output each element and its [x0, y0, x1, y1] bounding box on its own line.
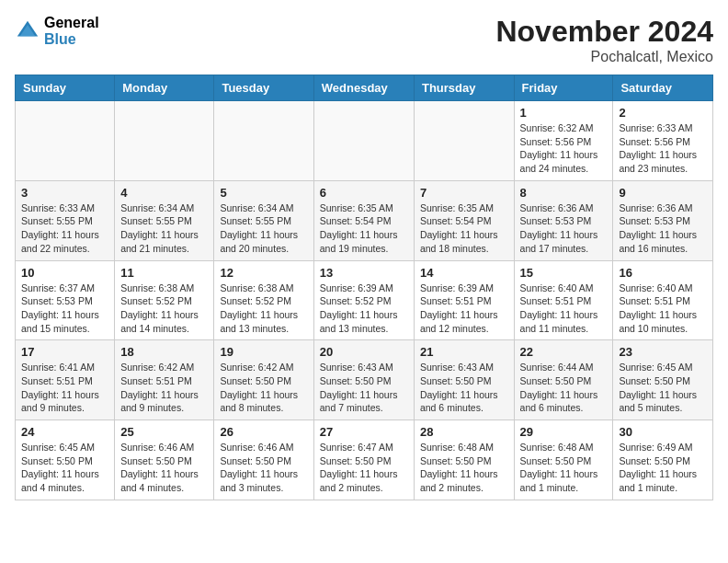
- day-number: 8: [520, 186, 608, 200]
- day-number: 29: [520, 425, 608, 439]
- calendar-cell: [313, 101, 414, 181]
- day-number: 6: [320, 186, 408, 200]
- calendar-cell: [115, 101, 214, 181]
- calendar-cell: 18Sunrise: 6:42 AMSunset: 5:51 PMDayligh…: [115, 340, 214, 420]
- day-number: 15: [520, 266, 608, 280]
- day-info: Sunrise: 6:42 AMSunset: 5:51 PMDaylight:…: [120, 361, 208, 415]
- day-number: 1: [520, 106, 608, 120]
- day-number: 27: [320, 425, 408, 439]
- day-number: 23: [619, 345, 707, 359]
- weekday-header-thursday: Thursday: [414, 75, 514, 101]
- calendar-cell: [16, 101, 115, 181]
- calendar-cell: 24Sunrise: 6:45 AMSunset: 5:50 PMDayligh…: [16, 420, 115, 500]
- day-number: 5: [220, 186, 307, 200]
- day-info: Sunrise: 6:33 AMSunset: 5:55 PMDaylight:…: [21, 201, 108, 256]
- day-info: Sunrise: 6:45 AMSunset: 5:50 PMDaylight:…: [21, 441, 108, 495]
- calendar-cell: 8Sunrise: 6:36 AMSunset: 5:53 PMDaylight…: [514, 180, 613, 260]
- day-number: 2: [619, 106, 707, 120]
- day-number: 20: [320, 345, 408, 359]
- calendar-cell: 17Sunrise: 6:41 AMSunset: 5:51 PMDayligh…: [16, 340, 115, 420]
- page-header: General Blue November 2024 Pochalcatl, M…: [15, 15, 713, 65]
- calendar-cell: [214, 101, 313, 181]
- day-info: Sunrise: 6:36 AMSunset: 5:53 PMDaylight:…: [520, 201, 608, 256]
- calendar-cell: 1Sunrise: 6:32 AMSunset: 5:56 PMDaylight…: [514, 101, 613, 181]
- weekday-header-wednesday: Wednesday: [313, 75, 414, 101]
- calendar-cell: 20Sunrise: 6:43 AMSunset: 5:50 PMDayligh…: [313, 340, 414, 420]
- calendar-cell: [414, 101, 514, 181]
- day-info: Sunrise: 6:46 AMSunset: 5:50 PMDaylight:…: [120, 441, 208, 495]
- calendar-cell: 5Sunrise: 6:34 AMSunset: 5:55 PMDaylight…: [214, 180, 313, 260]
- day-number: 3: [21, 186, 108, 200]
- weekday-header-row: SundayMondayTuesdayWednesdayThursdayFrid…: [16, 75, 713, 101]
- calendar-cell: 27Sunrise: 6:47 AMSunset: 5:50 PMDayligh…: [313, 420, 414, 500]
- day-info: Sunrise: 6:41 AMSunset: 5:51 PMDaylight:…: [21, 361, 108, 415]
- day-number: 24: [21, 425, 108, 439]
- weekday-header-saturday: Saturday: [613, 75, 713, 101]
- calendar-cell: 7Sunrise: 6:35 AMSunset: 5:54 PMDaylight…: [414, 180, 514, 260]
- day-number: 13: [320, 266, 408, 280]
- calendar-cell: 3Sunrise: 6:33 AMSunset: 5:55 PMDaylight…: [16, 180, 115, 260]
- day-info: Sunrise: 6:34 AMSunset: 5:55 PMDaylight:…: [120, 201, 208, 256]
- calendar-cell: 29Sunrise: 6:48 AMSunset: 5:50 PMDayligh…: [514, 420, 613, 500]
- calendar-week-row: 1Sunrise: 6:32 AMSunset: 5:56 PMDaylight…: [16, 101, 713, 181]
- day-number: 10: [21, 266, 108, 280]
- day-info: Sunrise: 6:35 AMSunset: 5:54 PMDaylight:…: [420, 201, 508, 256]
- day-info: Sunrise: 6:35 AMSunset: 5:54 PMDaylight:…: [320, 201, 408, 256]
- day-info: Sunrise: 6:40 AMSunset: 5:51 PMDaylight:…: [520, 282, 608, 336]
- weekday-header-friday: Friday: [514, 75, 613, 101]
- day-number: 9: [619, 186, 707, 200]
- day-number: 19: [220, 345, 307, 359]
- calendar-cell: 25Sunrise: 6:46 AMSunset: 5:50 PMDayligh…: [115, 420, 214, 500]
- day-info: Sunrise: 6:42 AMSunset: 5:50 PMDaylight:…: [220, 361, 307, 415]
- title-section: November 2024 Pochalcatl, Mexico: [495, 15, 713, 65]
- calendar-cell: 14Sunrise: 6:39 AMSunset: 5:51 PMDayligh…: [414, 260, 514, 340]
- day-info: Sunrise: 6:46 AMSunset: 5:50 PMDaylight:…: [220, 441, 307, 495]
- day-number: 4: [120, 186, 208, 200]
- weekday-header-monday: Monday: [115, 75, 214, 101]
- day-info: Sunrise: 6:45 AMSunset: 5:50 PMDaylight:…: [619, 361, 707, 415]
- day-info: Sunrise: 6:36 AMSunset: 5:53 PMDaylight:…: [619, 201, 707, 256]
- calendar-cell: 2Sunrise: 6:33 AMSunset: 5:56 PMDaylight…: [613, 101, 713, 181]
- day-number: 26: [220, 425, 307, 439]
- day-info: Sunrise: 6:49 AMSunset: 5:50 PMDaylight:…: [619, 441, 707, 495]
- day-info: Sunrise: 6:39 AMSunset: 5:52 PMDaylight:…: [320, 282, 408, 336]
- day-info: Sunrise: 6:33 AMSunset: 5:56 PMDaylight:…: [619, 121, 707, 176]
- calendar-cell: 9Sunrise: 6:36 AMSunset: 5:53 PMDaylight…: [613, 180, 713, 260]
- day-number: 17: [21, 345, 108, 359]
- day-number: 25: [120, 425, 208, 439]
- logo-icon: [15, 18, 40, 44]
- calendar-cell: 15Sunrise: 6:40 AMSunset: 5:51 PMDayligh…: [514, 260, 613, 340]
- day-number: 12: [220, 266, 307, 280]
- calendar-cell: 13Sunrise: 6:39 AMSunset: 5:52 PMDayligh…: [313, 260, 414, 340]
- day-info: Sunrise: 6:37 AMSunset: 5:53 PMDaylight:…: [21, 282, 108, 336]
- calendar-cell: 30Sunrise: 6:49 AMSunset: 5:50 PMDayligh…: [613, 420, 713, 500]
- logo-text: General Blue: [44, 15, 99, 48]
- calendar-cell: 10Sunrise: 6:37 AMSunset: 5:53 PMDayligh…: [16, 260, 115, 340]
- calendar-week-row: 17Sunrise: 6:41 AMSunset: 5:51 PMDayligh…: [16, 340, 713, 420]
- weekday-header-sunday: Sunday: [16, 75, 115, 101]
- calendar-cell: 26Sunrise: 6:46 AMSunset: 5:50 PMDayligh…: [214, 420, 313, 500]
- day-info: Sunrise: 6:48 AMSunset: 5:50 PMDaylight:…: [420, 441, 508, 495]
- day-number: 28: [420, 425, 508, 439]
- calendar-table: SundayMondayTuesdayWednesdayThursdayFrid…: [15, 75, 713, 500]
- calendar-week-row: 10Sunrise: 6:37 AMSunset: 5:53 PMDayligh…: [16, 260, 713, 340]
- weekday-header-tuesday: Tuesday: [214, 75, 313, 101]
- calendar-cell: 22Sunrise: 6:44 AMSunset: 5:50 PMDayligh…: [514, 340, 613, 420]
- calendar-cell: 4Sunrise: 6:34 AMSunset: 5:55 PMDaylight…: [115, 180, 214, 260]
- location-title: Pochalcatl, Mexico: [495, 49, 713, 65]
- day-info: Sunrise: 6:38 AMSunset: 5:52 PMDaylight:…: [220, 282, 307, 336]
- calendar-cell: 12Sunrise: 6:38 AMSunset: 5:52 PMDayligh…: [214, 260, 313, 340]
- day-info: Sunrise: 6:43 AMSunset: 5:50 PMDaylight:…: [320, 361, 408, 415]
- day-info: Sunrise: 6:40 AMSunset: 5:51 PMDaylight:…: [619, 282, 707, 336]
- day-info: Sunrise: 6:47 AMSunset: 5:50 PMDaylight:…: [320, 441, 408, 495]
- calendar-cell: 28Sunrise: 6:48 AMSunset: 5:50 PMDayligh…: [414, 420, 514, 500]
- day-info: Sunrise: 6:34 AMSunset: 5:55 PMDaylight:…: [220, 201, 307, 256]
- day-number: 21: [420, 345, 508, 359]
- day-number: 16: [619, 266, 707, 280]
- day-number: 30: [619, 425, 707, 439]
- month-title: November 2024: [495, 15, 713, 49]
- logo: General Blue: [15, 15, 99, 48]
- day-info: Sunrise: 6:48 AMSunset: 5:50 PMDaylight:…: [520, 441, 608, 495]
- calendar-cell: 19Sunrise: 6:42 AMSunset: 5:50 PMDayligh…: [214, 340, 313, 420]
- calendar-cell: 23Sunrise: 6:45 AMSunset: 5:50 PMDayligh…: [613, 340, 713, 420]
